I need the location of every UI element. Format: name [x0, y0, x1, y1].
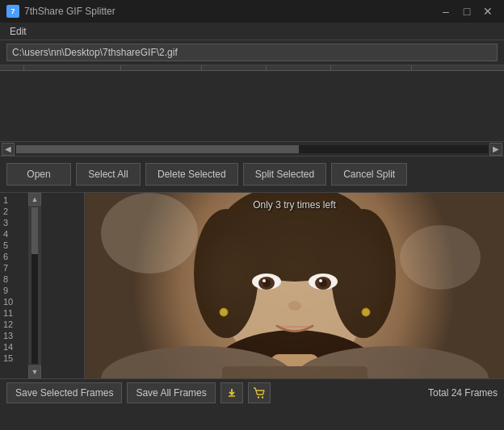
save-selected-frames-button[interactable]: Save Selected Frames: [6, 382, 122, 403]
svg-rect-21: [222, 366, 368, 378]
frame-number-12: 12: [0, 319, 28, 330]
frame-number-10: 10: [0, 296, 28, 307]
select-all-button[interactable]: Select All: [76, 163, 141, 186]
preview-image: [85, 193, 504, 378]
hscrollbar-track[interactable]: [16, 145, 488, 153]
maximize-button[interactable]: □: [457, 3, 477, 19]
svg-point-11: [262, 279, 266, 282]
frame-number-13: 13: [0, 330, 28, 341]
open-button[interactable]: Open: [6, 163, 71, 186]
svg-point-4: [194, 209, 258, 338]
preview-label: Only 3 try times left: [253, 199, 336, 211]
frame-number-4: 4: [0, 228, 28, 240]
frame-numbers: 123456789101112131415: [0, 193, 28, 378]
th-name: [24, 65, 121, 70]
main-content: 123456789101112131415 ▲ ▼: [0, 193, 504, 378]
frame-number-7: 7: [0, 262, 28, 273]
minimize-button[interactable]: –: [436, 3, 456, 19]
titlebar-left: 7 7thShare GIF Splitter: [6, 5, 116, 18]
frame-number-2: 2: [0, 206, 28, 217]
th-type: [121, 65, 202, 70]
svg-point-5: [331, 209, 396, 338]
frame-scroll-track[interactable]: [32, 207, 38, 364]
hscrollbar-right-button[interactable]: ▶: [489, 143, 502, 156]
frame-number-9: 9: [0, 285, 28, 296]
frame-number-6: 6: [0, 251, 28, 262]
bottom-bar: Save Selected Frames Save All Frames Tot…: [0, 378, 504, 406]
filepath-input[interactable]: [6, 44, 498, 61]
split-selected-button[interactable]: Split Selected: [243, 163, 326, 186]
delete-selected-button[interactable]: Delete Selected: [145, 163, 238, 186]
app-title: 7thShare GIF Splitter: [24, 6, 116, 17]
filepath-bar: [0, 40, 504, 65]
window-controls: – □ ✕: [436, 3, 498, 19]
table-header: [0, 65, 504, 71]
th-height: [267, 65, 331, 70]
frame-thumbs: [41, 193, 84, 378]
frame-list-inner: 123456789101112131415 ▲ ▼: [0, 193, 84, 378]
table-area: [0, 65, 504, 142]
th-index: [0, 65, 24, 70]
save-all-frames-button[interactable]: Save All Frames: [127, 382, 215, 403]
svg-point-17: [220, 308, 228, 316]
frame-scroll-up-button[interactable]: ▲: [28, 193, 41, 206]
cancel-split-button[interactable]: Cancel Split: [331, 163, 407, 186]
svg-point-18: [362, 308, 370, 316]
app-icon: 7: [6, 5, 19, 18]
table-rows: [0, 71, 504, 127]
hscrollbar-left-button[interactable]: ◀: [2, 143, 15, 156]
svg-point-27: [258, 396, 259, 398]
frame-number-3: 3: [0, 217, 28, 228]
menu-edit[interactable]: Edit: [3, 24, 33, 39]
hscrollbar-area: ◀ ▶: [0, 142, 504, 157]
th-size: [331, 65, 412, 70]
frame-scroll-thumb: [32, 207, 38, 254]
svg-point-0: [101, 193, 198, 273]
frame-number-1: 1: [0, 194, 28, 206]
preview-area: Only 3 try times left: [85, 193, 504, 378]
buttons-row: Open Select All Delete Selected Split Se…: [0, 157, 504, 193]
frame-scrollbar: ▲ ▼: [28, 193, 41, 378]
frame-number-11: 11: [0, 307, 28, 319]
frame-scroll-down-button[interactable]: ▼: [28, 365, 41, 378]
svg-point-1: [400, 225, 481, 290]
cart-icon-button[interactable]: [248, 382, 271, 403]
titlebar: 7 7thShare GIF Splitter – □ ✕: [0, 0, 504, 23]
menubar: Edit: [0, 23, 504, 40]
frame-number-15: 15: [0, 353, 28, 364]
frame-number-5: 5: [0, 240, 28, 251]
th-width: [202, 65, 267, 70]
download-icon-button[interactable]: [220, 382, 243, 403]
total-frames-label: Total 24 Frames: [428, 387, 498, 399]
frame-list: 123456789101112131415 ▲ ▼: [0, 193, 85, 378]
hscrollbar-thumb: [16, 145, 299, 153]
frame-number-14: 14: [0, 341, 28, 353]
frame-number-8: 8: [0, 273, 28, 285]
svg-point-28: [262, 396, 263, 398]
svg-point-15: [319, 279, 322, 282]
svg-point-16: [288, 301, 301, 311]
close-button[interactable]: ✕: [478, 3, 498, 19]
